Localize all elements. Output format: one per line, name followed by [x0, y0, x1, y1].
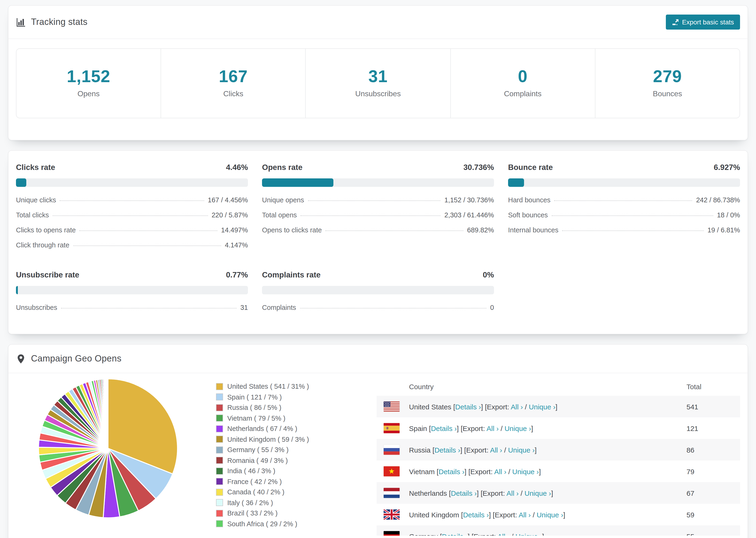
- flag-cell-russia: [384, 445, 400, 455]
- legend-label-romania: Romania ( 49 / 3% ): [227, 457, 288, 464]
- export-basic-stats-button[interactable]: Export basic stats: [666, 15, 740, 29]
- table-row-united-states: United States [Details ›] [Export: All ›…: [377, 396, 740, 417]
- rate-title: Opens rate: [262, 163, 302, 172]
- rate-row-label: Complaints: [262, 304, 296, 311]
- legend-swatch-vietnam: [216, 414, 223, 422]
- details-link-russia[interactable]: Details ›: [434, 446, 460, 454]
- rate-block-complaints-rate: Complaints rate0%Complaints0: [262, 270, 494, 315]
- progress-fill: [508, 178, 524, 187]
- details-link-united-kingdom[interactable]: Details ›: [463, 511, 489, 518]
- country-name: Germany: [409, 532, 438, 536]
- legend-label-spain: Spain ( 121 / 7% ): [227, 393, 282, 401]
- rate-row-click-through-rate: Click through rate4.147%: [16, 238, 248, 252]
- stat-value-unsubscribes: 31: [306, 67, 450, 86]
- dotted-leader: [60, 200, 204, 201]
- legend-item-india[interactable]: India ( 46 / 3% ): [216, 467, 364, 475]
- table-row-united-kingdom: United Kingdom [Details ›] [Export: All …: [377, 504, 740, 525]
- export-all-link-vietnam[interactable]: All ›: [494, 467, 507, 475]
- details-link-germany[interactable]: Details ›: [442, 532, 468, 536]
- total-cell-spain: 121: [686, 424, 740, 432]
- column-header-country: Country: [409, 382, 686, 390]
- dotted-leader: [308, 200, 441, 201]
- legend-item-germany[interactable]: Germany ( 55 / 3% ): [216, 446, 364, 454]
- rate-row-value: 0: [490, 304, 494, 311]
- progress-track: [16, 286, 248, 295]
- rate-row-complaints: Complaints0: [262, 300, 494, 315]
- legend-item-russia[interactable]: Russia ( 86 / 5% ): [216, 404, 364, 411]
- export-unique-link-germany[interactable]: Unique ›: [515, 532, 542, 536]
- legend-swatch-united-states: [216, 383, 223, 390]
- geo-table: Country Total United States [Details ›] …: [377, 377, 740, 536]
- legend-item-romania[interactable]: Romania ( 49 / 3% ): [216, 457, 364, 464]
- stat-card-clicks: 167Clicks: [161, 49, 306, 118]
- stat-label-bounces: Bounces: [595, 90, 739, 98]
- campaign-geo-opens-card: Campaign Geo Opens United States ( 541 /…: [8, 344, 748, 538]
- rate-row-value: 2,303 / 61.446%: [445, 211, 494, 219]
- legend-item-united-kingdom[interactable]: United Kingdom ( 59 / 3% ): [216, 435, 364, 443]
- rate-row-value: 167 / 4.456%: [208, 196, 248, 204]
- export-all-link-germany[interactable]: All ›: [498, 532, 510, 536]
- legend-swatch-russia: [216, 404, 223, 411]
- export-all-link-united-kingdom[interactable]: All ›: [519, 511, 531, 518]
- legend-item-south-africa[interactable]: South Africa ( 29 / 2% ): [216, 520, 364, 527]
- total-cell-vietnam: 79: [686, 467, 740, 475]
- legend-swatch-italy: [216, 499, 223, 506]
- flag-vietnam: [384, 466, 400, 476]
- legend-item-united-states[interactable]: United States ( 541 / 31% ): [216, 383, 364, 390]
- export-all-link-united-states[interactable]: All ›: [511, 403, 523, 410]
- geo-table-clip: Country Total United States [Details ›] …: [377, 377, 740, 536]
- export-unique-link-spain[interactable]: Unique ›: [505, 424, 531, 432]
- country-cell-united-kingdom: United Kingdom [Details ›] [Export: All …: [409, 511, 686, 518]
- rate-row-label: Click through rate: [16, 241, 69, 249]
- rate-value: 30.736%: [463, 163, 494, 172]
- dotted-leader: [300, 215, 441, 216]
- progress-fill: [16, 286, 18, 295]
- dotted-leader: [73, 245, 221, 246]
- rate-row-value: 19 / 6.81%: [707, 226, 740, 234]
- rate-row-hard-bounces: Hard bounces242 / 86.738%: [508, 192, 740, 207]
- stat-card-complaints: 0Complaints: [451, 49, 595, 118]
- export-unique-link-vietnam[interactable]: Unique ›: [512, 467, 539, 475]
- legend-item-canada[interactable]: Canada ( 40 / 2% ): [216, 488, 364, 496]
- stat-label-complaints: Complaints: [451, 90, 595, 98]
- export-unique-link-netherlands[interactable]: Unique ›: [524, 489, 551, 497]
- rate-value: 6.927%: [714, 163, 740, 172]
- flag-united-states: [384, 402, 400, 412]
- country-name: United Kingdom: [409, 511, 459, 518]
- geo-table-rows: United States [Details ›] [Export: All ›…: [377, 396, 740, 536]
- rate-row-soft-bounces: Soft bounces18 / 0%: [508, 207, 740, 223]
- table-row-vietnam: Vietnam [Details ›] [Export: All › / Uni…: [377, 460, 740, 482]
- export-all-link-netherlands[interactable]: All ›: [507, 489, 519, 497]
- legend-label-vietnam: Vietnam ( 79 / 5% ): [227, 414, 286, 422]
- bar-chart-icon: [16, 17, 26, 27]
- stat-card-unsubscribes: 31Unsubscribes: [306, 49, 451, 118]
- total-cell-netherlands: 67: [686, 489, 740, 497]
- dotted-leader: [61, 308, 237, 308]
- legend-item-italy[interactable]: Italy ( 36 / 2% ): [216, 499, 364, 506]
- dotted-leader: [53, 215, 208, 216]
- details-link-spain[interactable]: Details ›: [431, 424, 457, 432]
- legend-item-brazil[interactable]: Brazil ( 33 / 2% ): [216, 510, 364, 517]
- details-link-united-states[interactable]: Details ›: [455, 403, 481, 410]
- rate-row-label: Total clicks: [16, 211, 49, 219]
- legend-swatch-france: [216, 478, 223, 485]
- details-link-vietnam[interactable]: Details ›: [439, 467, 464, 475]
- rate-title: Complaints rate: [262, 270, 320, 279]
- legend-item-vietnam[interactable]: Vietnam ( 79 / 5% ): [216, 414, 364, 422]
- details-link-netherlands[interactable]: Details ›: [451, 489, 477, 497]
- legend-item-spain[interactable]: Spain ( 121 / 7% ): [216, 393, 364, 401]
- export-all-link-russia[interactable]: All ›: [490, 446, 502, 454]
- flag-united-kingdom: [384, 510, 400, 520]
- flag-germany: [384, 531, 400, 536]
- legend-item-france[interactable]: France ( 42 / 2% ): [216, 478, 364, 485]
- export-unique-link-russia[interactable]: Unique ›: [508, 446, 535, 454]
- flag-russia: [384, 445, 400, 455]
- export-all-link-spain[interactable]: All ›: [486, 424, 499, 432]
- geo-header: Campaign Geo Opens: [9, 345, 747, 373]
- export-unique-link-united-states[interactable]: Unique ›: [529, 403, 555, 410]
- legend-item-netherlands[interactable]: Netherlands ( 67 / 4% ): [216, 425, 364, 432]
- export-unique-link-united-kingdom[interactable]: Unique ›: [537, 511, 563, 518]
- rate-row-label: Unique clicks: [16, 196, 56, 204]
- flag-cell-spain: [384, 423, 400, 433]
- country-cell-vietnam: Vietnam [Details ›] [Export: All › / Uni…: [409, 467, 686, 475]
